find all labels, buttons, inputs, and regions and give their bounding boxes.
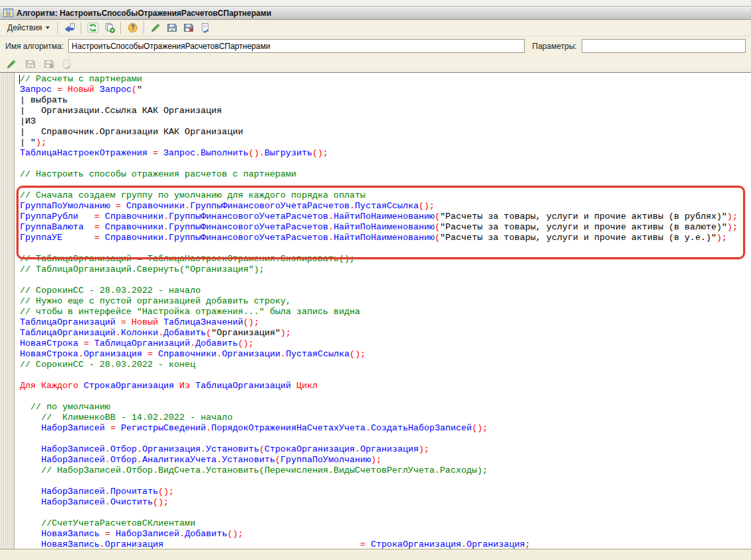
- code-line: НоваяСтрока.Организация = Справочники.Ор…: [20, 349, 751, 360]
- code-line: //СчетУчетаРасчетовСКлиентами: [20, 518, 751, 529]
- open-module-icon: [200, 22, 211, 33]
- navigate-back-icon: [64, 22, 75, 33]
- window-title: Алгоритм: НастроитьСпособыОтраженияРасче…: [17, 9, 271, 18]
- open-module-icon: [62, 59, 73, 69]
- toolbar-separator: [144, 22, 145, 34]
- code-line: НаборЗаписей.Отбор.Организация.Установит…: [20, 444, 751, 455]
- code-line: НаборЗаписей.Прочитать();: [20, 487, 751, 497]
- refresh-button[interactable]: [85, 21, 101, 35]
- code-line: ТаблицаОрганизаций.Колонки.Добавить("Орг…: [20, 328, 751, 339]
- window-title-bar: Алгоритм: НастроитьСпособыОтраженияРасче…: [0, 7, 751, 20]
- editor-gutter: [0, 73, 15, 549]
- actions-menu-label: Действия: [7, 23, 42, 32]
- code-line: // СорокинСС - 28.03.2022 - конец: [20, 360, 751, 370]
- code-line: | выбрать: [20, 95, 751, 106]
- algorithm-header-fields: Имя алгоритма: Параметры:: [0, 36, 751, 56]
- actions-menu-button[interactable]: Действия: [2, 21, 55, 35]
- chevron-down-icon: [46, 26, 50, 29]
- toolbar-separator: [120, 22, 122, 34]
- code-line: |ИЗ: [20, 116, 751, 127]
- bottom-panel-strip: [0, 549, 751, 560]
- code-line: ГруппаПоУмолчанию = Справочники.ГруппыФи…: [20, 201, 751, 212]
- svg-text:?: ?: [130, 24, 134, 31]
- code-line: | ");: [20, 138, 751, 148]
- code-line: ТаблицаНастроекОтражения = Запрос.Выполн…: [20, 148, 751, 159]
- help-button[interactable]: ?: [125, 21, 140, 35]
- code-line: | Справочник.Организации КАК Организации: [20, 127, 751, 138]
- code-line: ГруппаВалюта = Справочники.ГруппыФинансо…: [20, 222, 751, 233]
- parameters-input[interactable]: [582, 39, 746, 53]
- code-line: НоваяЗапись = НаборЗаписей.Добавить();: [20, 529, 751, 540]
- code-line: ТаблицаОрганизаций = Новый ТаблицаЗначен…: [20, 317, 751, 328]
- table-icon: [3, 9, 13, 17]
- code-line: // НаборЗаписей.Отбор.ВидСчета.Установит…: [20, 465, 751, 476]
- code-editor: // Расчеты с партнерамиЗапрос = Новый За…: [0, 72, 751, 549]
- code-line: ГруппаУЕ = Справочники.ГруппыФинансового…: [20, 233, 751, 243]
- add-copy-icon: [104, 22, 115, 33]
- code-line: [20, 508, 751, 518]
- code-line: // Нужно еще с пустой организацией добав…: [20, 296, 751, 307]
- code-line: // Расчеты с партнерами: [20, 74, 751, 85]
- code-line: [20, 180, 751, 190]
- code-line: [20, 370, 751, 381]
- code-line: [20, 159, 751, 169]
- code-line: // по умолчанию: [20, 402, 751, 413]
- parameters-label: Параметры:: [532, 42, 576, 51]
- refresh-icon: [87, 22, 99, 33]
- edit-pencil-icon: [6, 59, 17, 69]
- code-line: [20, 243, 751, 254]
- code-line: // чтобы в интерфейсе "Настройка отражен…: [20, 307, 751, 317]
- code-line: Запрос = Новый Запрос(": [20, 85, 751, 95]
- code-line: [20, 476, 751, 487]
- module-toolbar: ок: [0, 56, 751, 72]
- code-line: ГруппаРубли = Справочники.ГруппыФинансов…: [20, 212, 751, 222]
- code-line: [20, 391, 751, 402]
- code-line: // Сначала создаем группу по умолчанию д…: [20, 190, 751, 201]
- code-text-area[interactable]: // Расчеты с партнерамиЗапрос = Новый За…: [15, 73, 751, 549]
- code-line: // Настроить способы отражения расчетов …: [20, 169, 751, 180]
- code-line: НоваяЗапись.Организация = СтрокаОрганиза…: [20, 540, 751, 549]
- code-line: Для Каждого СтрокаОрганизация Из Таблица…: [20, 381, 751, 391]
- algorithm-name-label: Имя алгоритма:: [5, 42, 64, 51]
- toolbar-separator: [81, 22, 82, 34]
- text-caret: [19, 75, 20, 84]
- code-lines: // Расчеты с партнерамиЗапрос = Новый За…: [20, 74, 751, 549]
- code-line: // ТаблицаОрганизаций = ТаблицаНастроекО…: [20, 254, 751, 264]
- code-line: НаборЗаписей = РегистрыСведений.ПорядокО…: [20, 423, 751, 434]
- code-line: [20, 434, 751, 444]
- save-cancel-icon: [43, 59, 55, 69]
- clipped-parent-window-edge: [0, 0, 751, 7]
- edit-pencil-button[interactable]: [148, 21, 163, 35]
- code-line: НаборЗаписей.Отбор.АналитикаУчета.Устано…: [20, 455, 751, 465]
- code-line: [20, 275, 751, 286]
- open-module-button[interactable]: [198, 21, 213, 35]
- algorithm-editor-window: Алгоритм: НастроитьСпособыОтраженияРасче…: [0, 0, 751, 560]
- navigate-back-button[interactable]: [62, 21, 77, 35]
- save-ok-button: ок: [22, 57, 38, 71]
- code-line: // КлименкоВВ - 14.02.2022 - начало: [20, 413, 751, 423]
- save-ok-icon: ок: [24, 59, 36, 69]
- save-cancel-icon: [183, 22, 195, 33]
- code-line: | Организации.Ссылка КАК Организация: [20, 106, 751, 116]
- algorithm-name-input[interactable]: [68, 39, 525, 53]
- open-module-button: [60, 57, 75, 71]
- code-line: НоваяСтрока = ТаблицаОрганизаций.Добавит…: [20, 339, 751, 349]
- save-ok-button[interactable]: ок: [165, 21, 180, 35]
- save-cancel-button: [41, 57, 56, 71]
- main-toolbar: Действия ?ок: [0, 20, 751, 36]
- toolbar-separator: [58, 22, 59, 34]
- code-line: // СорокинСС - 28.03.2022 - начало: [20, 286, 751, 296]
- edit-pencil-button[interactable]: [4, 57, 19, 71]
- help-icon: ?: [127, 22, 138, 33]
- code-line: // ТаблицаОрганизаций.Свернуть("Организа…: [20, 264, 751, 275]
- add-copy-button[interactable]: [102, 21, 117, 35]
- edit-pencil-icon: [150, 22, 161, 33]
- save-ok-icon: ок: [166, 22, 178, 33]
- code-line: НаборЗаписей.Очистить();: [20, 497, 751, 508]
- save-cancel-button[interactable]: [181, 21, 197, 35]
